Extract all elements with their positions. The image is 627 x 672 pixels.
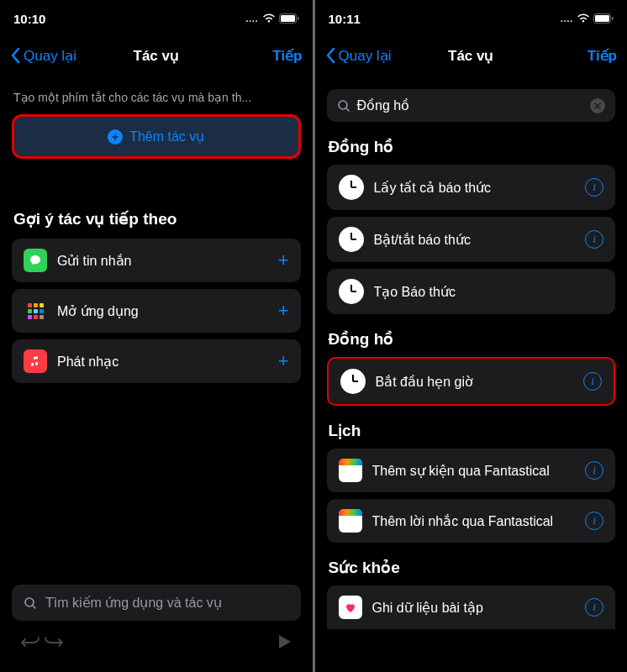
back-button[interactable]: Quay lại [10,47,76,65]
info-icon[interactable]: i [585,230,603,249]
chevron-left-icon [10,47,20,64]
description-text: Tạo một phím tắt cho các tác vụ mà bạn t… [12,91,301,104]
search-icon [337,99,350,113]
music-icon [24,349,47,373]
nav-title: Tác vụ [134,47,179,65]
status-indicators: .... [561,13,614,24]
add-action-label: Thêm tác vụ [129,129,204,144]
calendar-icon [339,509,362,533]
add-icon[interactable]: + [278,249,289,271]
status-bar: 10:11 .... [315,0,628,37]
undo-icon[interactable] [20,633,42,651]
search-bar[interactable]: Đồng hồ [327,89,616,122]
status-time: 10:11 [329,12,361,26]
keyboard-toolbar [12,621,301,658]
cellular-icon: .... [245,14,258,24]
search-placeholder: Tìm kiếm ứng dụng và tác vụ [45,595,289,611]
next-button[interactable]: Tiếp [587,47,617,65]
info-icon[interactable]: i [585,598,603,617]
cellular-icon: .... [561,14,573,24]
wifi-icon [577,13,590,24]
info-icon[interactable]: i [585,512,603,530]
health-actions-list: Ghi dữ liệu bài tập i [327,585,616,629]
suggestions-list: Gửi tin nhắn + Mở ứng dụng + Phát nhạc + [12,239,301,383]
action-item[interactable]: Thêm lời nhắc qua Fantastical i [327,499,616,543]
suggestions-header: Gợi ý tác vụ tiếp theo [13,209,301,228]
action-item[interactable]: Bật/tắt báo thức i [327,217,616,262]
back-label: Quay lại [24,47,76,65]
suggestion-label: Gửi tin nhắn [57,253,268,269]
info-icon[interactable]: i [583,372,602,391]
calendar-actions-list: Thêm sự kiện qua Fantastical i Thêm lời … [327,449,616,543]
section-header-clock: Đồng hồ [329,137,616,156]
plus-circle-icon: + [108,129,123,144]
section-header-clock-2: Đồng hồ [329,329,616,349]
clear-search-button[interactable] [590,98,605,113]
clock-actions-list-2: Bắt đầu hẹn giờ i [327,357,616,406]
suggestion-item[interactable]: Gửi tin nhắn + [12,239,301,282]
clock-icon [340,369,366,394]
svg-rect-6 [595,15,609,22]
clock-icon [339,279,364,304]
suggestion-item[interactable]: Phát nhạc + [12,339,301,383]
play-icon[interactable] [276,633,292,651]
battery-icon [279,13,299,24]
clock-actions-list: Lấy tất cả báo thức i Bật/tắt báo thức i… [327,165,616,314]
chevron-left-icon [325,47,335,64]
clock-icon [339,175,364,200]
heart-icon [339,596,362,619]
action-item-start-timer[interactable]: Bắt đầu hẹn giờ i [327,357,616,406]
add-icon[interactable]: + [278,350,289,372]
action-label: Bắt đầu hẹn giờ [376,374,574,390]
redo-icon[interactable] [42,633,64,651]
app-grid-icon [24,299,47,323]
wifi-icon [262,13,276,24]
phone-screen-right: 10:11 .... Quay lại Tác vụ Tiếp Đồng hồ … [315,0,628,672]
battery-icon [593,13,614,24]
action-item[interactable]: Tạo Báo thức [327,269,616,314]
messages-icon [24,249,47,272]
add-action-button[interactable]: + Thêm tác vụ [12,114,301,159]
nav-title: Tác vụ [448,47,493,65]
action-item[interactable]: Lấy tất cả báo thức i [327,165,616,210]
suggestion-label: Phát nhạc [57,354,268,370]
action-label: Lấy tất cả báo thức [374,180,576,196]
action-label: Tạo Báo thức [374,284,604,300]
svg-rect-7 [612,17,614,20]
search-icon [24,596,37,610]
action-item[interactable]: Ghi dữ liệu bài tập i [327,585,616,629]
info-icon[interactable]: i [585,178,603,197]
suggestion-label: Mở ứng dụng [57,303,268,319]
clock-icon [339,227,364,252]
svg-line-4 [33,606,35,608]
action-label: Ghi dữ liệu bài tập [372,600,576,616]
next-button[interactable]: Tiếp [272,47,302,65]
section-header-calendar: Lịch [329,421,616,440]
x-icon [594,102,601,109]
svg-rect-1 [281,15,295,22]
info-icon[interactable]: i [585,461,603,480]
phone-screen-left: 10:10 .... Quay lại Tác vụ Tiếp Tạo một … [0,0,313,672]
back-label: Quay lại [339,47,392,65]
svg-rect-2 [298,17,299,20]
status-indicators: .... [245,13,298,24]
action-item[interactable]: Thêm sự kiện qua Fantastical i [327,449,616,492]
action-label: Thêm sự kiện qua Fantastical [372,463,576,479]
status-time: 10:10 [13,12,45,26]
section-header-health: Sức khỏe [329,558,616,577]
action-label: Bật/tắt báo thức [374,232,576,248]
svg-line-9 [346,108,349,111]
suggestion-item[interactable]: Mở ứng dụng + [12,289,301,333]
nav-bar: Quay lại Tác vụ Tiếp [0,37,313,74]
search-bar[interactable]: Tìm kiếm ứng dụng và tác vụ [12,585,301,621]
back-button[interactable]: Quay lại [325,47,392,65]
status-bar: 10:10 .... [0,0,313,37]
nav-bar: Quay lại Tác vụ Tiếp [315,37,628,74]
action-label: Thêm lời nhắc qua Fantastical [372,513,576,529]
calendar-icon [339,459,362,482]
add-icon[interactable]: + [278,300,289,322]
search-input[interactable]: Đồng hồ [357,97,584,113]
